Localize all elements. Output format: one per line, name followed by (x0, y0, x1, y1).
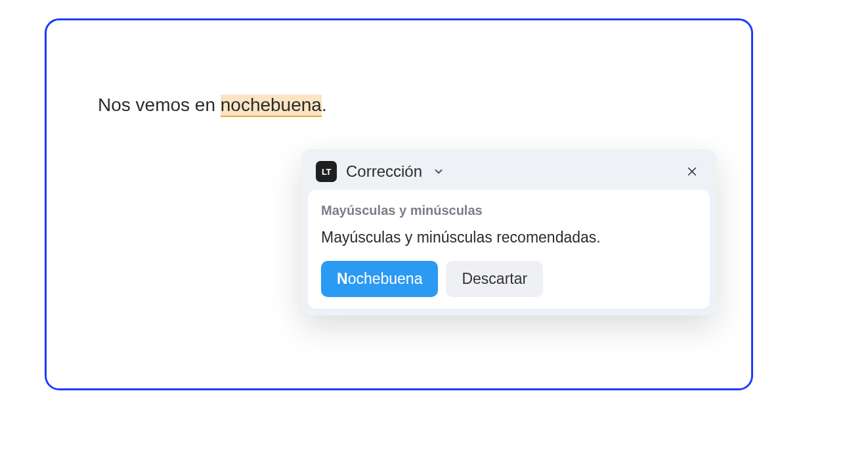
popup-body: Mayúsculas y minúsculas Mayúsculas y min… (308, 190, 710, 309)
issue-category: Mayúsculas y minúsculas (321, 203, 697, 218)
text-before: Nos vemos en (98, 95, 221, 115)
correction-popup: LT Corrección Mayúsculas y minúsculas Ma… (301, 149, 716, 315)
editor-text[interactable]: Nos vemos en nochebuena. (98, 94, 327, 116)
chevron-down-icon[interactable] (431, 164, 446, 179)
suggestion-first-letter: N (337, 270, 348, 287)
issue-description: Mayúsculas y minúsculas recomendadas. (321, 229, 697, 246)
text-after: . (322, 95, 327, 115)
popup-header: LT Corrección (301, 149, 716, 190)
languagetool-logo-icon: LT (316, 161, 337, 182)
close-button[interactable] (684, 163, 701, 180)
suggestion-button[interactable]: Nochebuena (321, 261, 438, 297)
popup-title: Corrección (346, 162, 422, 181)
highlighted-word[interactable]: nochebuena (221, 95, 322, 117)
dismiss-button[interactable]: Descartar (446, 261, 543, 297)
editor-container: Nos vemos en nochebuena. LT Corrección M… (45, 18, 753, 390)
suggestion-rest: ochebuena (348, 270, 423, 287)
button-row: Nochebuena Descartar (321, 261, 697, 297)
